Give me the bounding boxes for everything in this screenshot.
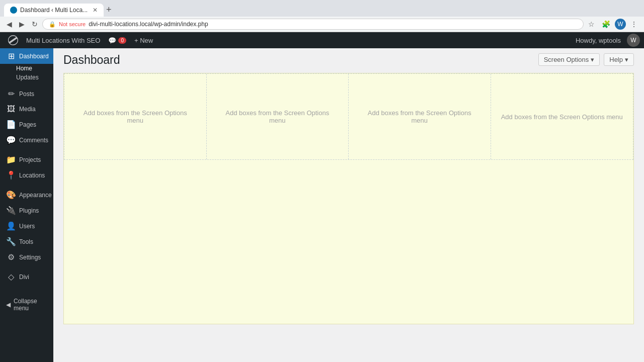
tab-favicon: [10, 7, 17, 14]
sidebar-item-dashboard[interactable]: ⊞ Dashboard: [0, 48, 53, 64]
dashboard-col-3: Add boxes from the Screen Options menu: [349, 74, 491, 159]
sidebar-label-posts: Posts: [19, 90, 34, 98]
sidebar-label-divi: Divi: [19, 274, 29, 281]
comments-item[interactable]: 💬 0: [104, 32, 130, 48]
sidebar-item-media[interactable]: 🖼 Media: [0, 102, 53, 117]
wp-admin-bar: Multi Locations With SEO 💬 0 + New Howdy…: [0, 32, 644, 48]
collapse-label: Collapse menu: [14, 298, 49, 312]
sidebar-item-pages[interactable]: 📄 Pages: [0, 117, 53, 132]
wp-logo-item[interactable]: [4, 32, 22, 48]
menu-button[interactable]: ⋮: [628, 19, 640, 30]
sidebar-item-appearance[interactable]: 🎨 Appearance: [0, 187, 53, 203]
plugins-icon: 🔌: [6, 206, 16, 215]
sidebar-label-projects: Projects: [19, 156, 41, 163]
sidebar-item-posts[interactable]: ✏ Posts: [0, 86, 53, 102]
dashboard-placeholder-1: Add boxes from the Screen Options menu: [64, 99, 206, 134]
content-header: Dashboard Screen Options ▾ Help ▾: [63, 53, 634, 67]
sidebar-item-projects[interactable]: 📁 Projects: [0, 152, 53, 167]
wp-wrapper: ⊞ Dashboard Home Updates ✏ Posts 🖼 Media…: [0, 48, 644, 362]
posts-icon: ✏: [6, 89, 16, 99]
dashboard-icon: ⊞: [6, 51, 16, 61]
sidebar-item-divi[interactable]: ◇ Divi: [0, 269, 53, 285]
back-button[interactable]: ◀: [4, 19, 15, 30]
sidebar-menu: ⊞ Dashboard Home Updates ✏ Posts 🖼 Media…: [0, 48, 53, 315]
extensions-button[interactable]: 🧩: [599, 19, 613, 30]
sidebar-item-locations[interactable]: 📍 Locations: [0, 167, 53, 183]
sidebar-item-tools[interactable]: 🔧 Tools: [0, 234, 53, 249]
wp-content: Dashboard Screen Options ▾ Help ▾ Ad: [53, 48, 644, 362]
sidebar-item-plugins[interactable]: 🔌 Plugins: [0, 203, 53, 218]
sub-updates-label: Updates: [16, 74, 39, 81]
dashboard-placeholder-4: Add boxes from the Screen Options menu: [491, 103, 633, 131]
address-text: divi-multi-locations.local/wp-admin/inde…: [89, 21, 208, 28]
sub-home-label: Home: [16, 65, 32, 72]
wp-logo-icon: [8, 35, 18, 45]
sidebar-sub-updates[interactable]: Updates: [0, 73, 53, 82]
browser-actions: ☆ 🧩 W ⋮: [586, 19, 640, 30]
sidebar-item-users[interactable]: 👤 Users: [0, 218, 53, 234]
forward-button[interactable]: ▶: [17, 19, 27, 30]
sidebar-label-dashboard: Dashboard: [19, 53, 49, 60]
comments-menu-icon: 💬: [6, 135, 16, 145]
avatar-item[interactable]: W: [627, 34, 640, 47]
page-title: Dashboard: [63, 53, 120, 67]
sidebar-label-tools: Tools: [19, 238, 33, 245]
wp-toolbar-button[interactable]: W: [615, 19, 626, 30]
locations-icon: 📍: [6, 170, 16, 180]
refresh-button[interactable]: ↻: [29, 19, 40, 30]
appearance-icon: 🎨: [6, 190, 16, 200]
howdy-text: Howdy, wptools: [572, 37, 625, 44]
screen-options-button[interactable]: Screen Options ▾: [538, 53, 600, 66]
browser-tab[interactable]: Dashboard ‹ Multi Loca... ✕: [4, 4, 104, 17]
sidebar-sub-home[interactable]: Home: [0, 64, 53, 73]
tools-icon: 🔧: [6, 237, 16, 246]
dashboard-placeholder-3: Add boxes from the Screen Options menu: [349, 99, 491, 134]
browser-controls: ◀ ▶ ↻ 🔒 Not secure divi-multi-locations.…: [0, 17, 644, 32]
comments-count: 0: [118, 37, 126, 44]
projects-icon: 📁: [6, 155, 16, 164]
sidebar-label-comments: Comments: [19, 137, 48, 144]
users-icon: 👤: [6, 221, 16, 231]
not-secure-label: Not secure: [59, 21, 86, 27]
screen-options-label: Screen Options: [544, 56, 589, 63]
help-label: Help: [609, 56, 623, 63]
help-button[interactable]: Help ▾: [604, 53, 634, 66]
header-buttons: Screen Options ▾ Help ▾: [538, 53, 634, 66]
sidebar-label-pages: Pages: [19, 121, 36, 128]
sidebar-label-media: Media: [19, 106, 36, 113]
dashboard-placeholder-2: Add boxes from the Screen Options menu: [207, 99, 349, 134]
new-tab-button[interactable]: +: [104, 3, 114, 17]
collapse-menu-item[interactable]: ◀ Collapse menu: [0, 295, 53, 315]
help-arrow: ▾: [625, 56, 628, 63]
dashboard-col-1: Add boxes from the Screen Options menu: [64, 74, 207, 159]
sidebar-label-users: Users: [19, 223, 35, 230]
dashboard-grid: Add boxes from the Screen Options menu A…: [64, 73, 633, 160]
address-bar[interactable]: 🔒 Not secure divi-multi-locations.local/…: [42, 19, 584, 30]
dashboard-col-4: Add boxes from the Screen Options menu: [491, 74, 633, 159]
site-name-item[interactable]: Multi Locations With SEO: [22, 32, 104, 48]
screen-options-arrow: ▾: [591, 56, 594, 63]
sidebar-label-settings: Settings: [19, 254, 41, 261]
tab-title: Dashboard ‹ Multi Loca...: [20, 7, 88, 14]
bookmark-button[interactable]: ☆: [586, 19, 597, 30]
wp-sidebar: ⊞ Dashboard Home Updates ✏ Posts 🖼 Media…: [0, 48, 53, 362]
admin-bar-left: Multi Locations With SEO 💬 0 + New: [4, 32, 572, 48]
tab-close-button[interactable]: ✕: [93, 7, 98, 14]
not-secure-icon: 🔒: [49, 21, 56, 28]
site-name-label: Multi Locations With SEO: [26, 37, 100, 44]
avatar: W: [630, 37, 636, 44]
sidebar-label-appearance: Appearance: [19, 192, 52, 199]
divi-icon: ◇: [6, 272, 16, 282]
sidebar-label-locations: Locations: [19, 172, 45, 179]
pages-icon: 📄: [6, 120, 16, 129]
new-content-item[interactable]: + New: [130, 32, 157, 48]
media-icon: 🖼: [6, 105, 16, 114]
sidebar-item-settings[interactable]: ⚙ Settings: [0, 249, 53, 265]
new-label: + New: [134, 37, 153, 44]
comments-icon: 💬: [108, 37, 116, 44]
settings-icon: ⚙: [6, 252, 16, 262]
sidebar-item-comments[interactable]: 💬 Comments: [0, 132, 53, 148]
admin-bar-right: Howdy, wptools W: [572, 34, 640, 47]
sidebar-label-plugins: Plugins: [19, 207, 39, 214]
dashboard-col-2: Add boxes from the Screen Options menu: [207, 74, 349, 159]
